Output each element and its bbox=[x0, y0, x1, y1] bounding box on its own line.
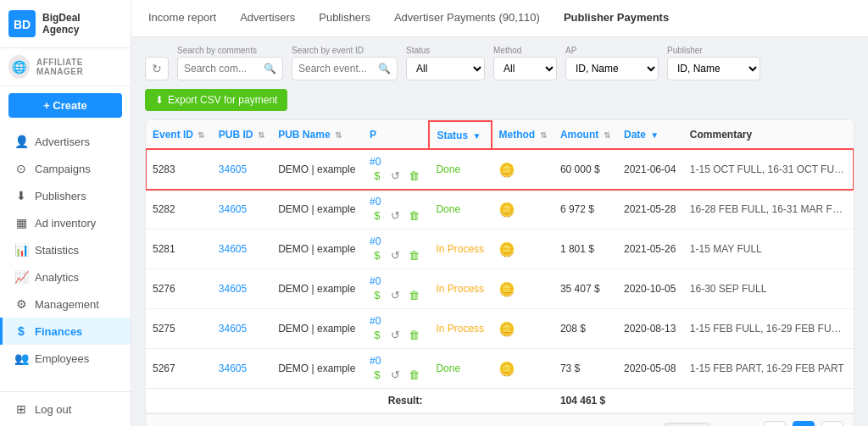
sidebar-item-label: Analytics bbox=[35, 271, 79, 284]
dollar-icon[interactable]: $ bbox=[370, 207, 385, 223]
nav-income-report[interactable]: Income report bbox=[145, 0, 220, 37]
cell-event-id: 5283 bbox=[146, 149, 212, 190]
cell-pub-id: 34605 bbox=[212, 269, 271, 309]
filter-event-label: Search by event ID bbox=[292, 46, 398, 55]
sidebar-bottom: ⊞ Log out bbox=[0, 391, 131, 426]
sidebar-item-employees[interactable]: 👥 Employees bbox=[0, 345, 131, 372]
dollar-icon[interactable]: $ bbox=[370, 168, 385, 183]
cell-commentary: 16-28 FEB FULL, 16-31 MAR FULL, 1-15 ... bbox=[683, 190, 854, 230]
nav-publisher-payments[interactable]: Publisher Payments bbox=[560, 0, 672, 37]
pub-id-link[interactable]: 34605 bbox=[219, 362, 247, 374]
filter-comments-input-wrapper: 🔍 bbox=[177, 57, 283, 80]
result-label: Result: bbox=[146, 389, 429, 413]
status-badge: Done bbox=[436, 203, 460, 215]
dollar-icon[interactable]: $ bbox=[370, 367, 385, 382]
col-amount[interactable]: Amount ⇅ bbox=[554, 121, 617, 149]
col-p: P bbox=[363, 121, 429, 149]
col-method[interactable]: Method ⇅ bbox=[492, 121, 554, 149]
col-status[interactable]: Status ▼ bbox=[429, 121, 491, 149]
cell-p: #0 $ ↺ 🗑 bbox=[363, 269, 429, 309]
cell-event-id: 5275 bbox=[146, 309, 212, 349]
prev-page-button[interactable]: ‹ bbox=[764, 421, 786, 426]
cell-date: 2021-06-04 bbox=[617, 149, 683, 190]
cell-status: In Process bbox=[429, 309, 491, 349]
p-value[interactable]: #0 bbox=[370, 156, 381, 168]
logout-button[interactable]: ⊞ Log out bbox=[0, 396, 131, 423]
ap-select[interactable]: ID, Name bbox=[565, 57, 659, 80]
statistics-icon: 📊 bbox=[14, 243, 28, 257]
cell-method: 🪙 bbox=[492, 149, 554, 190]
page-size-select[interactable]: 50 25 100 bbox=[664, 423, 710, 426]
status-select[interactable]: All Done In Process Pending bbox=[406, 57, 485, 80]
sidebar-item-label: Ad inventory bbox=[35, 217, 96, 230]
refresh-row-icon[interactable]: ↺ bbox=[388, 247, 403, 263]
page-1-button[interactable]: 1 bbox=[793, 421, 815, 426]
refresh-button[interactable]: ↻ bbox=[145, 57, 169, 80]
pub-id-link[interactable]: 34605 bbox=[219, 323, 247, 335]
delete-row-icon[interactable]: 🗑 bbox=[407, 207, 422, 223]
export-csv-button[interactable]: ⬇ Export CSV for payment bbox=[145, 89, 287, 111]
create-button[interactable]: + Create bbox=[8, 93, 122, 118]
delete-row-icon[interactable]: 🗑 bbox=[407, 168, 422, 183]
logout-icon: ⊞ bbox=[14, 402, 28, 416]
p-value[interactable]: #0 bbox=[370, 235, 381, 247]
pub-id-link[interactable]: 34605 bbox=[219, 243, 247, 255]
delete-row-icon[interactable]: 🗑 bbox=[407, 367, 422, 382]
refresh-row-icon[interactable]: ↺ bbox=[388, 287, 403, 302]
sidebar-item-advertisers[interactable]: 👤 Advertisers bbox=[0, 128, 131, 155]
search-comments-input[interactable] bbox=[184, 63, 260, 75]
col-event-id[interactable]: Event ID ⇅ bbox=[146, 121, 212, 149]
cell-pub-id: 34605 bbox=[212, 149, 271, 190]
dollar-icon[interactable]: $ bbox=[370, 327, 385, 342]
refresh-row-icon[interactable]: ↺ bbox=[388, 367, 403, 382]
cell-event-id: 5267 bbox=[146, 349, 212, 389]
logout-label: Log out bbox=[35, 403, 71, 416]
sidebar-item-statistics[interactable]: 📊 Statistics bbox=[0, 236, 131, 263]
refresh-row-icon[interactable]: ↺ bbox=[388, 207, 403, 223]
search-event-input[interactable] bbox=[298, 63, 375, 75]
method-icon: 🪙 bbox=[498, 322, 515, 336]
pub-id-link[interactable]: 34605 bbox=[219, 163, 247, 175]
publisher-select[interactable]: ID, Name bbox=[667, 57, 760, 80]
sidebar-item-analytics[interactable]: 📈 Analytics bbox=[0, 263, 131, 290]
col-pub-id[interactable]: PUB ID ⇅ bbox=[212, 121, 271, 149]
pub-id-link[interactable]: 34605 bbox=[219, 203, 247, 215]
cell-status: In Process bbox=[429, 269, 491, 309]
col-date[interactable]: Date ▼ bbox=[617, 121, 683, 149]
p-value[interactable]: #0 bbox=[370, 315, 381, 327]
method-icon: 🪙 bbox=[498, 282, 515, 296]
sidebar-item-publishers[interactable]: ⬇ Publishers bbox=[0, 182, 131, 209]
delete-row-icon[interactable]: 🗑 bbox=[407, 247, 422, 263]
nav-advertisers[interactable]: Advertisers bbox=[236, 0, 298, 37]
p-value[interactable]: #0 bbox=[370, 275, 381, 287]
p-value[interactable]: #0 bbox=[370, 355, 381, 367]
method-icon: 🪙 bbox=[498, 163, 515, 177]
refresh-row-icon[interactable]: ↺ bbox=[388, 327, 403, 342]
management-icon: ⚙ bbox=[14, 297, 28, 311]
p-value[interactable]: #0 bbox=[370, 196, 381, 207]
col-pub-name[interactable]: PUB Name ⇅ bbox=[271, 121, 363, 149]
delete-row-icon[interactable]: 🗑 bbox=[407, 287, 422, 302]
sidebar-item-ad-inventory[interactable]: ▦ Ad inventory bbox=[0, 209, 131, 236]
next-page-button[interactable]: › bbox=[821, 421, 843, 426]
delete-row-icon[interactable]: 🗑 bbox=[407, 327, 422, 342]
sidebar-item-label: Publishers bbox=[35, 190, 86, 202]
sidebar-item-management[interactable]: ⚙ Management bbox=[0, 290, 131, 318]
pub-id-link[interactable]: 34605 bbox=[219, 283, 247, 295]
cell-date: 2021-05-28 bbox=[617, 190, 683, 230]
method-select[interactable]: All Wire PayPal Crypto bbox=[493, 57, 557, 80]
nav-publishers[interactable]: Publishers bbox=[315, 0, 374, 37]
dollar-icon[interactable]: $ bbox=[370, 247, 385, 263]
col-commentary: Commentary bbox=[683, 121, 854, 149]
sidebar-item-campaigns[interactable]: ⊙ Campaigns bbox=[0, 155, 131, 182]
page-content: ↻ Search by comments 🔍 Search by event I… bbox=[131, 37, 868, 426]
filter-bar: ↻ Search by comments 🔍 Search by event I… bbox=[145, 46, 854, 80]
nav-advertiser-payments[interactable]: Advertiser Payments (90,110) bbox=[391, 0, 543, 37]
cell-pub-name: DEMO | example bbox=[271, 149, 363, 190]
logo: BD BigDealAgency bbox=[0, 0, 131, 48]
dollar-icon[interactable]: $ bbox=[370, 287, 385, 302]
result-empty bbox=[617, 389, 854, 413]
sidebar-item-finances[interactable]: $ Finances bbox=[0, 318, 131, 345]
refresh-row-icon[interactable]: ↺ bbox=[388, 168, 403, 183]
cell-event-id: 5276 bbox=[146, 269, 212, 309]
